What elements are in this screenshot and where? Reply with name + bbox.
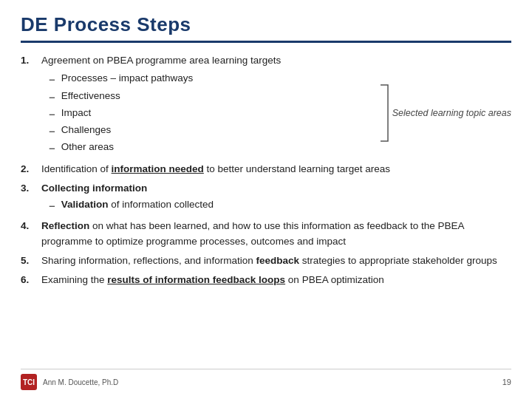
list-item: −Challenges: [49, 123, 372, 140]
step-4: 4. Reflection on what has been learned, …: [21, 219, 511, 249]
annotation-label: Selected learning topic areas: [392, 106, 511, 120]
footer-author: Ann M. Doucette, Ph.D: [43, 378, 118, 386]
step-1-list: −Processes – impact pathways −Effectiven…: [41, 69, 372, 157]
step-3-header: Collecting information: [41, 183, 147, 194]
list-item: −Effectiveness: [49, 89, 372, 106]
step-1-sublist: −Processes – impact pathways −Effectiven…: [41, 71, 372, 157]
step-5-text-1: Sharing information, reflections, and in…: [41, 255, 256, 266]
step-2-num: 2.: [21, 162, 41, 177]
step-2: 2. Identification of information needed …: [21, 162, 511, 177]
bracket-svg: [379, 83, 389, 143]
dash-icon: −: [49, 89, 55, 106]
sub-item-2: Impact: [61, 106, 92, 121]
step-5-num: 5.: [21, 253, 41, 268]
title-bar: DE Process Steps: [21, 13, 511, 43]
step-3: 3. Collecting information − Validation o…: [21, 181, 511, 215]
step-5-text-2: strategies to appropriate stakeholder gr…: [299, 255, 497, 266]
list-item: −Processes – impact pathways: [49, 71, 372, 88]
step-6-num: 6.: [21, 273, 41, 287]
step-3-sublist: − Validation of information collected: [41, 197, 511, 214]
dash-icon: −: [49, 140, 55, 157]
sub-item-0: Processes – impact pathways: [61, 71, 194, 86]
step-6-text-2: on PBEA optimization: [285, 274, 384, 285]
page-title: DE Process Steps: [21, 13, 191, 35]
step-6-text-1: Examining the: [41, 274, 107, 285]
step-1-header: Agreement on PBEA programme area learnin…: [41, 53, 511, 68]
dash-icon: −: [49, 123, 55, 140]
step-1: 1. Agreement on PBEA programme area lear…: [21, 53, 511, 157]
step-1-body: Agreement on PBEA programme area learnin…: [41, 53, 511, 157]
step-3-sub-bold: Validation of information collected: [61, 197, 214, 213]
bracket-column: Selected learning topic areas: [379, 69, 511, 157]
footer: TCI Ann M. Doucette, Ph.D 19: [21, 369, 511, 390]
page: DE Process Steps 1. Agreement on PBEA pr…: [0, 0, 532, 399]
step-6: 6. Examining the results of information …: [21, 273, 511, 287]
step-1-num: 1.: [21, 53, 41, 157]
dash-icon: −: [49, 106, 55, 123]
step-6-key: results of information feedback loops: [107, 274, 285, 285]
step-4-key: Reflection: [41, 220, 89, 231]
step-3-num: 3.: [21, 181, 41, 215]
sub-item-1: Effectiveness: [61, 89, 120, 104]
sub-item-4: Other areas: [61, 140, 114, 155]
list-item: − Validation of information collected: [49, 197, 511, 214]
sub-item-3: Challenges: [61, 123, 112, 138]
list-item: −Other areas: [49, 140, 372, 157]
dash-icon: −: [49, 71, 55, 88]
list-item: −Impact: [49, 106, 372, 123]
step-5-body: Sharing information, reflections, and in…: [41, 253, 511, 268]
step-2-text-2: to better understand learning target are…: [204, 163, 390, 174]
footer-logo: TCI: [21, 374, 37, 390]
step-3-body: Collecting information − Validation of i…: [41, 181, 511, 215]
step-4-num: 4.: [21, 219, 41, 249]
step-2-body: Identification of information needed to …: [41, 162, 511, 177]
step-2-key: information needed: [112, 163, 204, 174]
step-4-body: Reflection on what has been learned, and…: [41, 219, 511, 249]
step-1-header-text: Agreement on PBEA programme area learnin…: [41, 55, 281, 66]
step-6-body: Examining the results of information fee…: [41, 273, 511, 287]
content-area: 1. Agreement on PBEA programme area lear…: [21, 53, 511, 369]
step-2-text-1: Identification of: [41, 163, 112, 174]
step-4-text: on what has been learned, and how to use…: [41, 220, 464, 246]
footer-page: 19: [502, 378, 511, 386]
step-5-key: feedback: [256, 255, 299, 266]
step-1-annotation-wrapper: −Processes – impact pathways −Effectiven…: [41, 69, 511, 157]
step-5: 5. Sharing information, reflections, and…: [21, 253, 511, 268]
dash-icon: −: [49, 197, 55, 214]
